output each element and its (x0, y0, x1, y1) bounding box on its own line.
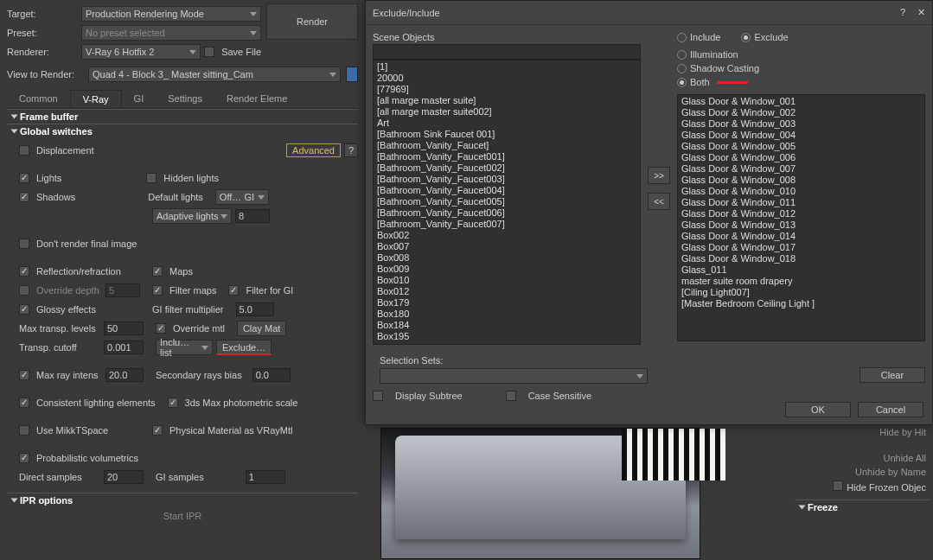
probabilistic-checkbox[interactable] (19, 453, 29, 463)
list-item[interactable]: [Master Bedroom Ceiling Light ] (680, 298, 923, 309)
transp-cutoff-spinner[interactable]: 0.001 (104, 340, 144, 354)
override-depth-spinner[interactable]: 5 (105, 283, 140, 297)
list-item[interactable]: Glass Door & Window_013 (680, 220, 923, 231)
list-item[interactable]: Glass Door & Window_002 (680, 107, 923, 118)
unhide-all[interactable]: Unhide All (795, 451, 930, 465)
list-item[interactable]: Glass Door & Window_003 (680, 118, 923, 130)
hide-frozen-checkbox[interactable] (833, 480, 843, 491)
lights-checkbox[interactable] (19, 173, 29, 183)
max-ray-checkbox[interactable] (19, 370, 29, 380)
tab-settings[interactable]: Settings (156, 90, 214, 108)
framebuffer-rollout[interactable]: Frame buffer (7, 109, 358, 124)
target-dropdown[interactable]: Production Rendering Mode (81, 6, 261, 22)
list-item[interactable]: Glass Door & Window_011 (680, 197, 923, 208)
list-item[interactable]: [77969] (375, 84, 638, 95)
list-item[interactable]: Glass Door & Window_008 (680, 175, 923, 186)
list-item[interactable]: Box012 (375, 286, 638, 297)
hide-by-hit[interactable]: Hide by Hit (795, 425, 930, 439)
max-transp-spinner[interactable]: 50 (104, 321, 144, 335)
adaptive-lights-spinner[interactable]: 8 (235, 209, 270, 223)
list-item[interactable]: Box009 (375, 264, 638, 275)
list-item[interactable]: Glass_011 (680, 264, 923, 276)
maps-checkbox[interactable] (152, 266, 163, 277)
list-item[interactable]: Box007 (375, 241, 638, 252)
ok-button[interactable]: OK (785, 402, 851, 417)
list-item[interactable]: Glass Door & Window_001 (680, 96, 923, 107)
mikktspace-checkbox[interactable] (19, 425, 29, 436)
illumination-radio[interactable]: Illumination (677, 49, 925, 60)
excluded-list[interactable]: Glass Door & Window_001Glass Door & Wind… (677, 94, 925, 341)
list-item[interactable]: [Bathroom_Vanity_Faucet006] (375, 207, 638, 219)
override-depth-checkbox[interactable] (19, 285, 29, 296)
list-item[interactable]: [Bathroom_Vanity_Faucet007] (375, 219, 638, 230)
scene-objects-list[interactable]: [1]20000[77969][all marge master suite][… (373, 60, 641, 345)
advanced-toggle[interactable]: Advanced (286, 143, 341, 157)
filter-maps-checkbox[interactable] (152, 285, 163, 296)
help-button[interactable]: ? (344, 143, 358, 157)
unhide-by-name[interactable]: Unhide by Name (795, 465, 930, 479)
adaptive-lights-dropdown[interactable]: Adaptive lights (152, 208, 232, 224)
case-sensitive-checkbox[interactable] (506, 391, 516, 401)
glossy-checkbox[interactable] (19, 304, 29, 315)
list-item[interactable]: [Bathroom_Vanity_Faucet] (375, 140, 638, 151)
dont-render-checkbox[interactable] (19, 239, 29, 249)
view-dropdown[interactable]: Quad 4 - Block 3_ Master sitting_Cam (88, 67, 341, 82)
list-item[interactable]: Glass Door & Window_017 (680, 242, 923, 253)
gi-samples-spinner[interactable]: 1 (246, 470, 285, 484)
default-lights-dropdown[interactable]: Off… GI (215, 189, 269, 205)
tab-common[interactable]: Common (7, 90, 70, 108)
savefile-checkbox[interactable] (204, 47, 214, 57)
list-item[interactable]: [1] (375, 61, 638, 73)
freeze-rollout[interactable]: Freeze (795, 500, 930, 514)
list-item[interactable]: master suite room drapery (680, 276, 923, 287)
list-item[interactable]: [Bathroom_Vanity_Faucet002] (375, 162, 638, 174)
selection-sets-dropdown[interactable] (380, 368, 648, 384)
list-item[interactable]: [Bathroom_Vanity_Faucet004] (375, 185, 638, 196)
list-item[interactable]: Glass Door & Window_018 (680, 253, 923, 264)
list-item[interactable]: Glass Door & Window_004 (680, 130, 923, 141)
list-item[interactable]: Art (375, 118, 638, 129)
start-ipr-button[interactable]: Start IPR (7, 507, 358, 525)
displacement-checkbox[interactable] (19, 145, 29, 156)
list-item[interactable]: [Bathroom_Vanity_Faucet003] (375, 174, 638, 185)
list-item[interactable]: Box002 (375, 230, 638, 241)
hidden-lights-checkbox[interactable] (146, 173, 157, 183)
tab-vray[interactable]: V-Ray (70, 90, 122, 108)
list-item[interactable]: Glass Door & Window_014 (680, 231, 923, 242)
renderer-dropdown[interactable]: V-Ray 6 Hotfix 2 (81, 44, 201, 60)
list-item[interactable]: Box195 (375, 331, 638, 342)
secondary-ray-spinner[interactable]: 0.0 (252, 368, 291, 382)
list-item[interactable]: Glass Door & Window_010 (680, 186, 923, 197)
shadow-radio[interactable]: Shadow Casting (677, 63, 925, 73)
list-item[interactable]: [Ciling Light007] (680, 287, 923, 298)
move-left-button[interactable]: << (648, 193, 670, 210)
preset-dropdown[interactable]: No preset selected (81, 25, 261, 41)
both-radio[interactable]: Both (677, 77, 925, 87)
list-item[interactable]: Box008 (375, 252, 638, 264)
list-item[interactable]: Glass Door & Window_007 (680, 163, 923, 175)
shadows-checkbox[interactable] (19, 192, 29, 202)
filter-gi-checkbox[interactable] (228, 285, 239, 296)
display-subtree-checkbox[interactable] (373, 391, 383, 401)
search-input[interactable] (373, 44, 641, 60)
list-item[interactable]: Box010 (375, 275, 638, 286)
ipr-rollout[interactable]: IPR options (7, 493, 358, 507)
include-radio[interactable]: Include (677, 32, 720, 42)
lock-view-button[interactable] (346, 67, 358, 82)
list-item[interactable]: Glass Door & Window_006 (680, 152, 923, 163)
render-button[interactable]: Render (266, 3, 358, 40)
exclude-radio[interactable]: Exclude (741, 32, 788, 42)
physical-mtl-checkbox[interactable] (152, 425, 163, 436)
photometric-checkbox[interactable] (168, 398, 178, 408)
close-icon[interactable]: ✕ (917, 7, 925, 18)
move-right-button[interactable]: >> (648, 167, 670, 184)
max-ray-spinner[interactable]: 20.0 (105, 368, 144, 382)
tab-render-elements[interactable]: Render Eleme (214, 90, 299, 108)
clay-mat-button[interactable]: Clay Mat (237, 321, 286, 336)
list-item[interactable]: [Bathroom_Vanity_Faucet005] (375, 196, 638, 207)
list-item[interactable]: 20000 (375, 73, 638, 84)
help-icon[interactable]: ? (900, 7, 905, 18)
include-list-dropdown[interactable]: Inclu… list (156, 340, 213, 355)
consistent-lighting-checkbox[interactable] (19, 398, 29, 408)
override-mtl-checkbox[interactable] (156, 323, 166, 334)
